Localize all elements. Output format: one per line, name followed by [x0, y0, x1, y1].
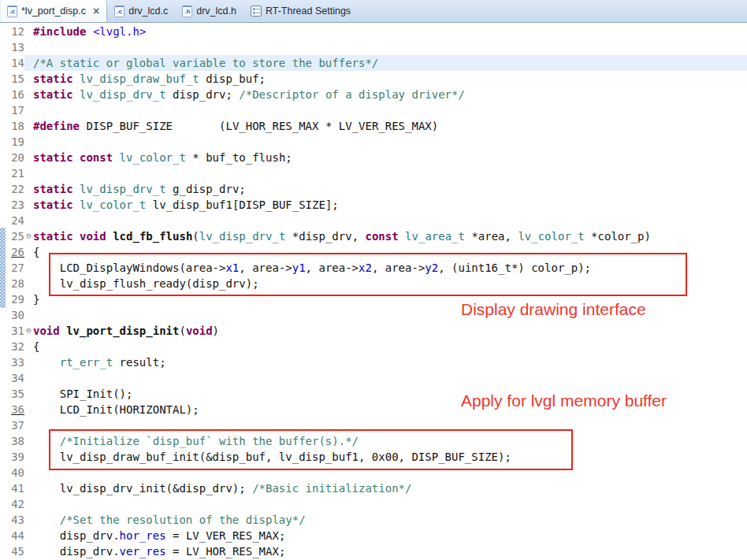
fold-collapse-icon[interactable]: ⊖	[24, 323, 33, 339]
code-text: lv_disp_drv_init(&disp_drv); /*Basic ini…	[33, 480, 747, 496]
tab-lv-port-disp-c[interactable]: .c*lv_port_disp.c×	[0, 0, 107, 22]
annotation-ruler	[0, 339, 6, 354]
fold-ruler	[24, 150, 33, 165]
fold-ruler	[24, 370, 33, 386]
annotation-ruler	[0, 402, 6, 417]
code-line[interactable]: 43 /*Set the resolution of the display*/	[0, 512, 747, 528]
line-number: 17	[6, 102, 24, 118]
code-line[interactable]: 18#define DISP_BUF_SIZE (LV_HOR_RES_MAX …	[0, 118, 747, 134]
line-number: 20	[6, 150, 24, 165]
code-text: /*Set the resolution of the display*/	[33, 512, 747, 528]
line-number: 30	[6, 307, 24, 323]
line-number: 13	[6, 39, 24, 55]
code-line[interactable]: 20static const lv_color_t * buf_to_flush…	[0, 150, 747, 165]
annotation-ruler	[0, 354, 6, 370]
code-line[interactable]: 16static lv_disp_drv_t disp_drv; /*Descr…	[0, 87, 747, 102]
code-line[interactable]: 15static lv_disp_draw_buf_t disp_buf;	[0, 71, 747, 87]
line-number: 29	[6, 291, 24, 307]
line-number: 18	[6, 118, 24, 134]
annotation-ruler	[0, 449, 6, 465]
annotation-ruler	[0, 24, 6, 39]
code-line[interactable]: 25⊖static void lcd_fb_flush(lv_disp_drv_…	[0, 228, 747, 244]
code-text: /*A static or global variable to store t…	[33, 55, 747, 71]
line-number: 21	[6, 165, 24, 181]
fold-ruler	[24, 386, 33, 402]
annotation-ruler	[0, 528, 6, 543]
fold-collapse-icon[interactable]: ⊖	[24, 228, 33, 244]
code-line[interactable]: 24	[0, 213, 747, 228]
fold-ruler	[24, 134, 33, 150]
fold-ruler	[24, 244, 33, 260]
close-icon[interactable]: ×	[93, 6, 99, 16]
line-number: 33	[6, 354, 24, 370]
tab-rt-thread-settings[interactable]: RT-Thread Settings	[243, 0, 358, 22]
fold-ruler	[24, 118, 33, 134]
annotation-ruler	[0, 55, 6, 71]
fold-ruler	[24, 465, 33, 480]
code-text	[33, 370, 747, 386]
code-line[interactable]: 33 rt_err_t result;	[0, 354, 747, 370]
selection-range-indicator	[0, 228, 6, 308]
code-line[interactable]: 42	[0, 496, 747, 512]
code-text	[33, 134, 747, 150]
annotation-ruler	[0, 417, 6, 433]
annotation-ruler	[0, 39, 6, 55]
code-line[interactable]: 22static lv_disp_drv_t g_disp_drv;	[0, 181, 747, 197]
tab-label: drv_lcd.c	[128, 6, 168, 17]
annotation-ruler	[0, 102, 6, 118]
code-line[interactable]: 23static lv_color_t lv_disp_buf1[DISP_BU…	[0, 197, 747, 213]
code-text	[33, 496, 747, 512]
tab-drv-lcd-c[interactable]: .cdrv_lcd.c	[107, 0, 175, 22]
annotation-ruler	[0, 433, 6, 449]
code-line[interactable]: 19	[0, 134, 747, 150]
code-line[interactable]: 32{	[0, 339, 747, 354]
code-text	[33, 102, 747, 118]
code-line[interactable]: 41 lv_disp_drv_init(&disp_drv); /*Basic …	[0, 480, 747, 496]
line-number: 44	[6, 528, 24, 543]
annotation-label-display-interface: Display drawing interface	[461, 300, 646, 319]
fold-ruler	[24, 433, 33, 449]
tab-drv-lcd-h[interactable]: .hdrv_lcd.h	[175, 0, 243, 22]
line-number: 41	[6, 480, 24, 496]
line-number: 38	[6, 433, 24, 449]
fold-ruler	[24, 417, 33, 433]
line-number: 15	[6, 71, 24, 87]
code-line[interactable]: 17	[0, 102, 747, 118]
code-text: static lv_disp_draw_buf_t disp_buf;	[33, 71, 747, 87]
code-line[interactable]: 12#include <lvgl.h>	[0, 24, 747, 39]
code-line[interactable]: 44 disp_drv.hor_res = LV_VER_RES_MAX;	[0, 528, 747, 543]
code-line[interactable]: 13	[0, 39, 747, 55]
annotation-ruler	[0, 543, 6, 559]
fold-ruler	[24, 39, 33, 55]
code-text: #include <lvgl.h>	[33, 24, 747, 39]
fold-ruler	[24, 480, 33, 496]
annotation-ruler	[0, 71, 6, 87]
code-line[interactable]: 14/*A static or global variable to store…	[0, 55, 747, 71]
annotation-ruler	[0, 134, 6, 150]
line-number: 43	[6, 512, 24, 528]
line-number: 26	[6, 244, 24, 260]
line-number: 42	[6, 496, 24, 512]
fold-ruler	[24, 102, 33, 118]
fold-ruler	[24, 71, 33, 87]
editor-tab-bar: .c*lv_port_disp.c×.cdrv_lcd.c.hdrv_lcd.h…	[0, 0, 747, 23]
code-text: static lv_disp_drv_t disp_drv; /*Descrip…	[33, 87, 747, 102]
line-number: 34	[6, 370, 24, 386]
fold-ruler	[24, 197, 33, 213]
tab-label: *lv_port_disp.c	[21, 6, 86, 17]
fold-ruler	[24, 307, 33, 323]
c-file-icon: .c	[7, 6, 17, 17]
line-number: 39	[6, 449, 24, 465]
code-line[interactable]: 31⊖void lv_port_disp_init(void)	[0, 323, 747, 339]
annotation-ruler	[0, 118, 6, 134]
annotation-box-flush-code	[49, 253, 687, 296]
annotation-ruler	[0, 87, 6, 102]
code-line[interactable]: 45 disp_drv.ver_res = LV_HOR_RES_MAX;	[0, 543, 747, 559]
code-text: disp_drv.hor_res = LV_VER_RES_MAX;	[33, 528, 747, 543]
fold-ruler	[24, 543, 33, 559]
code-line[interactable]: 21	[0, 165, 747, 181]
line-number: 45	[6, 543, 24, 559]
code-line[interactable]: 34	[0, 370, 747, 386]
fold-ruler	[24, 512, 33, 528]
fold-ruler	[24, 87, 33, 102]
